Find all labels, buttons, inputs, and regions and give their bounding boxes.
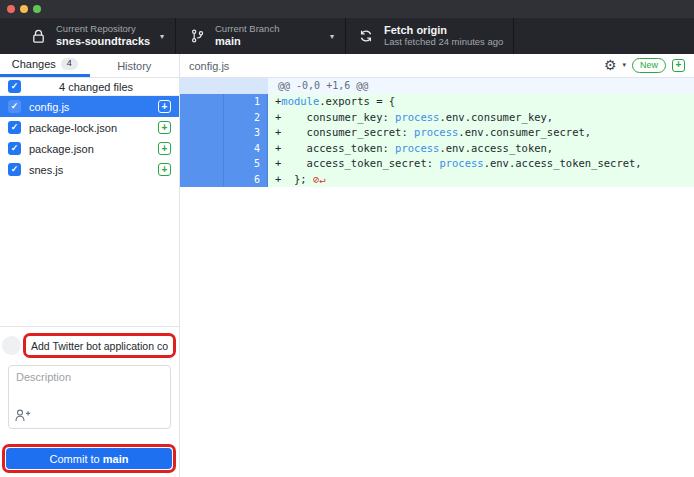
commit-button-prefix: Commit to [50,453,100,465]
file-row[interactable]: ✓config.js+ [0,96,179,117]
file-checkbox[interactable]: ✓ [8,163,21,176]
file-checkbox[interactable]: ✓ [8,121,21,134]
chevron-down-icon: ▾ [330,32,334,41]
sync-icon [358,29,374,43]
file-checkbox[interactable]: ✓ [8,142,21,155]
diff-line[interactable]: 4+ access_token: process.env.access_toke… [180,141,694,157]
code-segment: .env.consumer_secret, [458,126,591,138]
diff-line[interactable]: 3+ consumer_secret: process.env.consumer… [180,125,694,141]
tab-label: History [117,60,151,72]
changed-files-count: 4 changed files [21,81,171,93]
code-segment: process [439,157,483,169]
fetch-status: Last fetched 24 minutes ago [384,37,513,48]
diff-line-content: +module.exports = { [268,94,694,110]
diff-gutter-new[interactable]: 2 [224,110,268,126]
github-desktop-window: Current Repository snes-soundtracks ▾ Cu… [0,0,694,477]
diff-gutter-old[interactable] [180,141,224,157]
code-segment: process [395,142,439,154]
diff-gutter-old[interactable] [180,125,224,141]
hunk-gutter [180,78,268,94]
no-newline-marker: ⊘↵ [307,173,326,185]
code-segment: .exports = { [319,95,395,107]
file-status-added-icon: + [158,163,171,176]
minimize-window-button[interactable] [20,5,28,13]
diff-hunk-header: @@ -0,0 +1,6 @@ [180,78,694,94]
commit-to-branch-button[interactable]: Commit to main [6,448,172,469]
commit-summary-input[interactable] [26,337,173,355]
file-status-added-icon: + [158,121,171,134]
changes-sidebar: Changes4History ✓ 4 changed files ✓confi… [0,54,180,477]
diff-file-name: config.js [189,60,604,72]
diff-line[interactable]: 2+ consumer_key: process.env.consumer_ke… [180,110,694,126]
code-segment: .env.consumer_key, [439,111,553,123]
diff-empty-area [180,187,694,477]
diff-line-content: + access_token_secret: process.env.acces… [268,156,694,172]
repository-label: Current Repository [56,24,160,35]
file-status-added-icon: + [158,100,171,113]
diff-line[interactable]: 6+ }; ⊘↵ [180,172,694,188]
chevron-down-icon[interactable]: ▾ [622,61,626,69]
fetch-origin-button[interactable]: Fetch origin Last fetched 24 minutes ago [346,18,514,54]
code-segment: .env.access_token, [439,142,553,154]
code-segment: + consumer_secret: [275,126,414,138]
repository-name: snes-soundtracks [56,35,160,48]
fetch-label: Fetch origin [384,24,513,37]
expand-diff-icon[interactable]: + [672,59,685,72]
annotation-commit-highlight: Commit to main [2,444,176,473]
diff-gutter-new[interactable]: 3 [224,125,268,141]
diff-gutter-new[interactable]: 4 [224,141,268,157]
file-row[interactable]: ✓package.json+ [0,138,179,159]
current-branch-selector[interactable]: Current Branch main ▾ [176,18,346,54]
toolbar-spacer [514,18,694,54]
diff-gutter-new[interactable]: 1 [224,94,268,110]
current-repository-selector[interactable]: Current Repository snes-soundtracks ▾ [0,18,176,54]
changes-count-badge: 4 [61,58,78,70]
file-row[interactable]: ✓snes.js+ [0,159,179,180]
code-segment: + consumer_key: [275,111,395,123]
lock-icon [30,29,46,44]
zoom-window-button[interactable] [33,5,41,13]
diff-line-content: + access_token: process.env.access_token… [268,141,694,157]
branch-label: Current Branch [215,24,330,35]
diff-gutter-new[interactable]: 5 [224,156,268,172]
diff-line[interactable]: 1+module.exports = { [180,94,694,110]
diff-gutter-old[interactable] [180,156,224,172]
file-list: ✓config.js+✓package-lock.json+✓package.j… [0,96,179,180]
hunk-header-text: @@ -0,0 +1,6 @@ [268,78,694,94]
file-checkbox[interactable]: ✓ [8,100,21,113]
file-name: package.json [29,143,150,155]
diff-file-header: config.js ⚙ ▾ New + [180,54,694,78]
diff-gutter-new[interactable]: 6 [224,172,268,188]
file-row[interactable]: ✓package-lock.json+ [0,117,179,138]
new-file-badge: New [632,58,666,73]
code-segment: + access_token: [275,142,395,154]
diff-line[interactable]: 5+ access_token_secret: process.env.acce… [180,156,694,172]
toolbar: Current Repository snes-soundtracks ▾ Cu… [0,18,694,54]
code-segment: + }; [275,173,307,185]
commit-description-input[interactable] [8,365,171,429]
code-segment: .env.access_token_secret, [484,157,642,169]
select-all-checkbox[interactable]: ✓ [8,80,21,93]
code-segment: process [414,126,458,138]
commit-form: Commit to main [0,326,179,477]
file-name: config.js [29,101,150,113]
tab-changes[interactable]: Changes4 [0,54,90,77]
sidebar-tabs: Changes4History [0,54,179,78]
diff-lines: 1+module.exports = {2+ consumer_key: pro… [180,94,694,187]
diff-gutter-old[interactable] [180,172,224,188]
file-name: package-lock.json [29,122,150,134]
diff-line-content: + consumer_secret: process.env.consumer_… [268,125,694,141]
branch-name: main [215,35,330,48]
file-status-added-icon: + [158,142,171,155]
titlebar[interactable] [0,0,694,18]
close-window-button[interactable] [7,5,15,13]
diff-gutter-old[interactable] [180,94,224,110]
diff-line-content: + consumer_key: process.env.consumer_key… [268,110,694,126]
gear-icon[interactable]: ⚙ [604,58,617,72]
tab-history[interactable]: History [90,54,180,77]
add-coauthor-icon[interactable] [15,408,31,426]
code-segment: + access_token_secret: [275,157,439,169]
diff-gutter-old[interactable] [180,110,224,126]
code-segment: process [395,111,439,123]
diff-pane: config.js ⚙ ▾ New + @@ -0,0 +1,6 @@ 1+mo… [180,54,694,477]
